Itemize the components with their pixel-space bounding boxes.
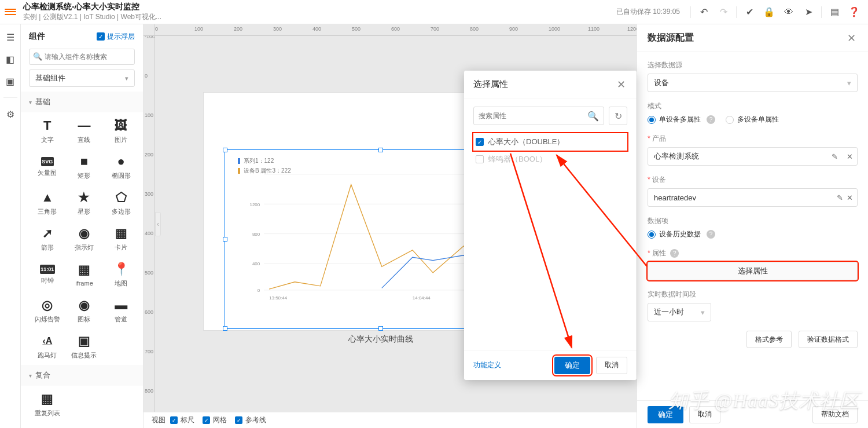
resize-handle[interactable] xyxy=(223,326,227,331)
comp-marquee[interactable]: ‹A跑马灯 xyxy=(29,330,66,363)
attribute-option-label: 心率大小（DOUBLE） xyxy=(488,137,564,147)
component-search[interactable]: 🔍 xyxy=(29,49,135,65)
redo-icon[interactable]: ↷ xyxy=(714,3,733,21)
resize-handle[interactable] xyxy=(223,148,227,152)
checkbox-checked-icon: ✓ xyxy=(476,138,484,146)
group-composite-header[interactable]: ▾ 复合 xyxy=(21,365,143,386)
search-icon: 🔍 xyxy=(33,52,42,61)
comp-clock[interactable]: 11:01时钟 xyxy=(29,258,66,291)
dataitem-history[interactable]: 设备历史数据? xyxy=(648,229,715,239)
attribute-option-label: 蜂鸣器（BOOL） xyxy=(488,154,547,164)
comp-svg[interactable]: SVG矢量图 xyxy=(29,151,66,183)
group-basic-header[interactable]: ▾ 基础 xyxy=(21,92,143,112)
timerange-select[interactable]: 近一小时 ▾ xyxy=(648,303,711,321)
product-field[interactable]: 心率检测系统 xyxy=(648,147,858,166)
rail-gear-icon[interactable]: ⚙ xyxy=(5,108,16,120)
comp-icon[interactable]: ◉图标 xyxy=(66,294,103,327)
breadcrumb: 实例 | 公测版V2.1 | IoT Studio | Web可视化... xyxy=(23,12,616,22)
clear-icon[interactable]: ✕ xyxy=(847,193,853,202)
component-search-input[interactable] xyxy=(29,49,135,65)
toggle-guide[interactable]: ✓参考线 xyxy=(235,415,266,425)
text-icon: T xyxy=(40,118,55,133)
help-icon[interactable]: ? xyxy=(707,115,715,124)
triangle-icon: ▲ xyxy=(40,190,55,205)
edit-icon[interactable]: ✎ xyxy=(832,152,838,161)
chevron-down-icon: ▾ xyxy=(29,99,32,105)
mode-multi-device-single-attr[interactable]: 多设备单属性 xyxy=(726,115,779,125)
legend-series-1: 系列1：122 xyxy=(244,157,274,165)
clear-icon[interactable]: ✕ xyxy=(847,152,853,161)
canvas-edge-handle[interactable]: ‹ xyxy=(155,212,161,236)
header-actions: 已自动保存 10:39:05 ↶ ↷ ✔ 🔒 👁 ➤ ▤ ❓ xyxy=(616,3,863,21)
comp-iframe[interactable]: ▦iframe xyxy=(66,258,103,291)
comp-pipe[interactable]: ▬管道 xyxy=(102,294,139,327)
close-icon[interactable]: ✕ xyxy=(845,32,858,45)
comp-ellipse[interactable]: ●椭圆形 xyxy=(102,151,139,183)
legend-series-2: 设备B 属性3：222 xyxy=(244,167,291,175)
comp-line[interactable]: —直线 xyxy=(66,115,103,147)
modal-ok-button[interactable]: 确定 xyxy=(554,357,590,374)
tip-float-label: 提示浮层 xyxy=(107,32,135,42)
watermark: 知乎 @HaaS技术社区 xyxy=(668,387,860,414)
component-panel-title: 组件 xyxy=(29,31,45,42)
comp-alarm[interactable]: ◎闪烁告警 xyxy=(29,294,66,327)
comp-arrow[interactable]: ➚箭形 xyxy=(29,222,66,255)
format-reference-button[interactable]: 格式参考 xyxy=(746,331,792,348)
toggle-ruler[interactable]: ✓标尺 xyxy=(170,415,194,425)
mode-single-device-multi-attr[interactable]: 单设备多属性? xyxy=(648,115,715,125)
comp-map[interactable]: 📍地图 xyxy=(102,258,139,291)
resize-handle[interactable] xyxy=(223,237,227,242)
preview-icon[interactable]: 👁 xyxy=(779,3,798,21)
modal-title: 选择属性 xyxy=(473,79,508,90)
icon-icon: ◉ xyxy=(76,298,91,313)
iframe-icon: ▦ xyxy=(76,262,91,277)
doc-icon[interactable]: ▤ xyxy=(825,3,844,21)
comp-triangle[interactable]: ▲三角形 xyxy=(29,186,66,219)
check-icon[interactable]: ✔ xyxy=(740,3,759,21)
attribute-option-heartrate[interactable]: ✓ 心率大小（DOUBLE） xyxy=(473,133,627,151)
comp-indicator[interactable]: ◉指示灯 xyxy=(66,222,103,255)
comp-polygon[interactable]: ⬠多边形 xyxy=(102,186,139,219)
repeat-icon: ▦ xyxy=(40,392,55,407)
undo-icon[interactable]: ↶ xyxy=(694,3,713,21)
rectangle-icon: ■ xyxy=(76,154,91,169)
menu-hamburger-icon[interactable] xyxy=(5,6,16,18)
comp-repeat-list[interactable]: ▦重复列表 xyxy=(29,388,66,420)
function-definition-link[interactable]: 功能定义 xyxy=(473,360,501,370)
rail-template-icon[interactable]: ▣ xyxy=(5,75,16,87)
edit-icon[interactable]: ✎ xyxy=(837,193,843,202)
attribute-search-input[interactable] xyxy=(479,112,584,120)
refresh-icon[interactable]: ↻ xyxy=(609,107,627,125)
comp-image[interactable]: 🖼图片 xyxy=(102,115,139,147)
component-category-select[interactable]: 基础组件 ▾ xyxy=(29,69,135,87)
chevron-down-icon: ▾ xyxy=(701,308,705,317)
resize-handle[interactable] xyxy=(378,326,383,331)
comp-text[interactable]: T文字 xyxy=(29,115,66,147)
close-icon[interactable]: ✕ xyxy=(615,78,627,91)
publish-icon[interactable]: ➤ xyxy=(799,3,818,21)
modal-cancel-button[interactable]: 取消 xyxy=(596,357,627,374)
attribute-search[interactable]: 🔍 xyxy=(473,107,604,125)
verify-format-button[interactable]: 验证数据格式 xyxy=(799,331,858,348)
lock-icon[interactable]: 🔒 xyxy=(760,3,778,21)
device-field[interactable]: heartratedev xyxy=(648,188,858,207)
attribute-option-buzzer[interactable]: 蜂鸣器（BOOL） xyxy=(473,151,627,168)
component-category-label: 基础组件 xyxy=(35,73,65,83)
help-icon[interactable]: ? xyxy=(707,230,715,239)
help-icon[interactable]: ? xyxy=(670,249,679,258)
label-dataitem: 数据项 xyxy=(648,216,858,226)
select-attribute-button[interactable]: 选择属性 xyxy=(648,262,858,280)
rail-layers-icon[interactable]: ☰ xyxy=(5,31,16,43)
toggle-grid[interactable]: ✓网格 xyxy=(203,415,227,425)
tip-float-toggle[interactable]: ✓提示浮层 xyxy=(97,32,135,42)
comp-card[interactable]: ▦卡片 xyxy=(102,222,139,255)
rail-cube-icon[interactable]: ◧ xyxy=(5,53,16,65)
line-icon: — xyxy=(76,118,91,133)
help-icon[interactable]: ❓ xyxy=(845,3,863,21)
resize-handle[interactable] xyxy=(378,148,383,152)
comp-rect[interactable]: ■矩形 xyxy=(66,151,103,183)
comp-tooltip[interactable]: ▣信息提示 xyxy=(66,330,103,363)
comp-star[interactable]: ★星形 xyxy=(66,186,103,219)
clock-icon: 11:01 xyxy=(40,265,55,274)
datasource-select[interactable]: 设备 ▾ xyxy=(648,74,858,92)
